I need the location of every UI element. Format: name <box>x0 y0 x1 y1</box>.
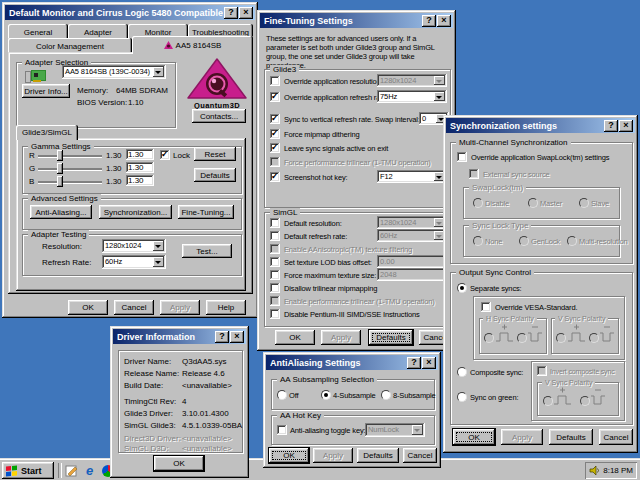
help-titlebar-button[interactable]: ? <box>407 357 421 369</box>
help-titlebar-button[interactable]: ? <box>422 15 436 27</box>
ok-button[interactable]: OK <box>154 456 204 471</box>
cancel-button[interactable]: Cancel <box>599 429 633 445</box>
override-resolution-checkbox[interactable] <box>270 76 280 86</box>
gamma-r-label: R <box>29 151 35 160</box>
internet-explorer-icon[interactable]: e <box>82 463 97 478</box>
default-refresh-checkbox[interactable] <box>270 231 280 241</box>
memory-value: 64MB SDRAM <box>116 86 168 95</box>
gamma-lock-label: Lock <box>173 151 190 160</box>
ok-button[interactable]: OK <box>68 300 108 315</box>
gamma-defaults-button[interactable]: Defaults <box>194 168 236 182</box>
aa-4-subsample-radio[interactable] <box>321 390 331 400</box>
sync-signals-checkbox[interactable] <box>270 143 280 153</box>
glide3-legend: Glide3 <box>270 65 299 74</box>
aa-toggle-key-checkbox[interactable] <box>277 425 287 435</box>
aa-off-radio[interactable] <box>277 390 287 400</box>
refresh-rate-select[interactable]: 60Hz <box>102 255 166 269</box>
close-icon[interactable]: × <box>437 15 451 27</box>
adapter-testing-legend: Adapter Testing <box>28 230 89 239</box>
vsync-checkbox[interactable] <box>270 114 280 124</box>
antialiasing-window: AntiAliasing Settings ? × AA Subsampling… <box>263 352 441 468</box>
override-resolution-select: 1280x1024 <box>377 74 447 87</box>
gamma-b-slider[interactable] <box>38 181 102 183</box>
help-button[interactable]: Help <box>206 300 246 315</box>
default-refresh-select: 60Hz <box>377 229 447 242</box>
defaults-button[interactable]: Defaults <box>549 429 593 445</box>
titlebar[interactable]: Fine-Tuning Settings ? × <box>260 13 453 28</box>
gamma-r-slider[interactable] <box>38 155 102 157</box>
subtab-glide3-simgl[interactable]: Glide3/SimGL <box>16 125 78 140</box>
defaults-button[interactable]: Defaults <box>369 330 413 345</box>
window-title: Fine-Tuning Settings <box>264 16 421 26</box>
synchronization-button[interactable]: Synchronization... <box>99 205 172 219</box>
separate-syncs-radio[interactable] <box>457 283 467 293</box>
h-polarity-positive-radio <box>484 333 494 343</box>
gamma-r-slider-thumb[interactable] <box>57 150 63 161</box>
sync-on-green-radio[interactable] <box>457 392 467 402</box>
anti-aliasing-button[interactable]: Anti-Aliasing... <box>30 205 92 219</box>
override-swaplock-checkbox[interactable] <box>457 152 467 162</box>
close-icon[interactable]: × <box>230 331 244 343</box>
quantum3d-triangle-icon <box>164 41 173 49</box>
invert-composite-checkbox <box>537 366 547 376</box>
override-refresh-checkbox[interactable] <box>270 92 280 102</box>
gamma-reset-button[interactable]: Reset <box>194 147 236 161</box>
gamma-b-slider-thumb[interactable] <box>57 176 63 187</box>
resolution-select[interactable]: 1280x1024 <box>102 239 166 253</box>
driver-info-button[interactable]: Driver Info... <box>22 84 70 98</box>
titlebar[interactable]: Driver Information ? × <box>113 329 246 344</box>
ok-button[interactable]: OK <box>453 429 495 445</box>
help-titlebar-button[interactable]: ? <box>604 120 618 132</box>
titlebar[interactable]: AntiAliasing Settings ? × <box>266 355 438 370</box>
aa-8-subsample-radio[interactable] <box>381 390 391 400</box>
disallow-trilinear-checkbox[interactable] <box>270 283 280 293</box>
close-icon[interactable]: × <box>422 357 436 369</box>
cancel-button[interactable]: Cancel <box>403 448 437 463</box>
start-button[interactable]: Start <box>2 462 54 479</box>
defaults-button[interactable]: Defaults <box>357 448 399 463</box>
mipmap-dither-checkbox[interactable] <box>270 129 280 139</box>
gamma-g-slider[interactable] <box>38 168 102 170</box>
adapter-select[interactable]: AA5 8164SB (139C-0034) <box>62 65 166 79</box>
help-titlebar-button[interactable]: ? <box>224 7 238 19</box>
v-polarity2-positive-radio <box>543 396 553 406</box>
titlebar[interactable]: Synchronization settings ? × <box>446 118 635 133</box>
gamma-b-input[interactable] <box>126 175 154 186</box>
gamma-r-input[interactable] <box>126 149 154 160</box>
test-button[interactable]: Test... <box>182 244 232 258</box>
fine-tuning-button[interactable]: Fine-Tuning... <box>178 205 234 219</box>
start-label: Start <box>21 466 42 476</box>
override-refresh-select[interactable]: 75Hz <box>377 90 447 103</box>
bios-value: 1.10 <box>128 98 144 107</box>
help-titlebar-button[interactable]: ? <box>215 331 229 343</box>
gamma-lock-checkbox[interactable] <box>160 150 170 160</box>
simgl-legend: SimGL <box>270 208 300 217</box>
show-desktop-icon[interactable] <box>64 463 79 478</box>
ok-button[interactable]: OK <box>269 448 309 463</box>
external-sync-checkbox <box>469 169 479 179</box>
gamma-b-value: 1.30 <box>106 177 122 186</box>
screenshot-hotkey-checkbox[interactable] <box>270 172 280 182</box>
composite-sync-radio[interactable] <box>457 367 467 377</box>
titlebar[interactable]: Default Monitor and Cirrus Logic 5480 Co… <box>5 5 255 20</box>
max-texture-checkbox[interactable] <box>270 270 280 280</box>
h-polarity-negative-radio <box>517 333 527 343</box>
speaker-icon[interactable] <box>589 465 600 476</box>
override-vesa-checkbox[interactable] <box>481 302 491 312</box>
fine-tuning-window: Fine-Tuning Settings ? × These settings … <box>257 10 456 351</box>
contacts-button[interactable]: Contacts... <box>192 109 246 123</box>
close-icon[interactable]: × <box>619 120 633 132</box>
cancel-button[interactable]: Cancel <box>114 300 154 315</box>
gamma-g-slider-thumb[interactable] <box>57 163 63 174</box>
tab-aa5-8164sb[interactable]: AA5 8164SB <box>132 36 253 54</box>
screenshot-hotkey-select[interactable]: F12 <box>377 170 447 183</box>
aa-subsampling-legend: AA Subsampling Selection <box>277 375 377 384</box>
ok-button[interactable]: OK <box>275 330 315 345</box>
default-resolution-checkbox[interactable] <box>270 218 280 228</box>
lod-bias-checkbox[interactable] <box>270 257 280 267</box>
close-icon[interactable]: × <box>239 7 253 19</box>
disable-simd-checkbox[interactable] <box>270 309 280 319</box>
gamma-g-input[interactable] <box>126 162 154 173</box>
synclock-multires-radio <box>567 236 577 246</box>
taskbar-divider[interactable] <box>58 463 62 478</box>
